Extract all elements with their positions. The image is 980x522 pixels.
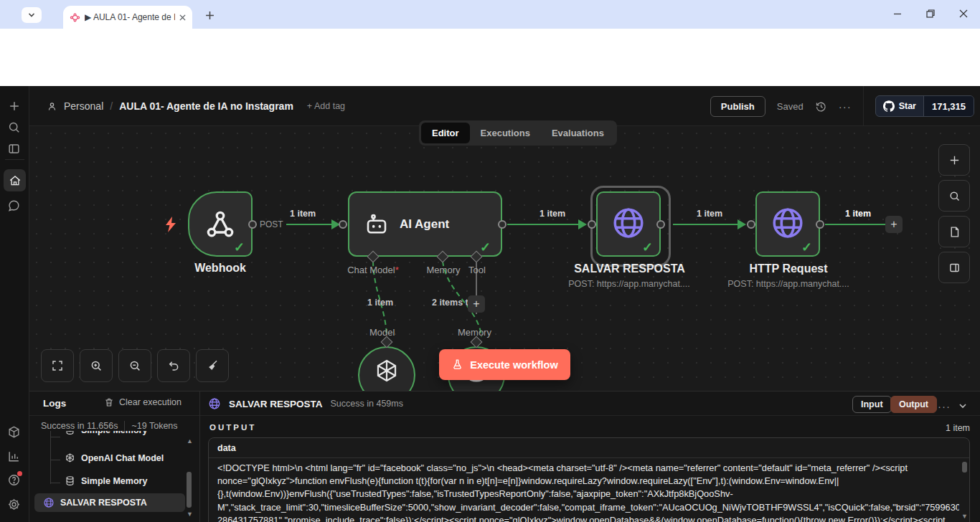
scroll-down-arrow[interactable]: ▼ — [187, 511, 193, 518]
tree-line — [50, 460, 60, 460]
data-scrollbar-thumb[interactable] — [962, 462, 967, 473]
tab-evaluations[interactable]: Evaluations — [541, 123, 615, 143]
n8n-favicon — [70, 12, 80, 23]
salvar-input-port[interactable] — [588, 220, 596, 229]
create-new-button[interactable] — [7, 99, 23, 115]
webhook-output-port[interactable] — [248, 220, 257, 229]
search-button[interactable] — [7, 120, 23, 136]
output-data-box[interactable]: data <!DOCTYPE html>\n <html lang="fr" i… — [208, 437, 970, 522]
plus-icon — [205, 11, 215, 20]
project-name[interactable]: Personal — [64, 100, 103, 112]
minimize-icon — [893, 9, 902, 18]
sidebar-item-settings[interactable] — [7, 498, 23, 513]
data-scroll-down-arrow[interactable]: ▼ — [961, 513, 968, 520]
sidebar-item-overview[interactable] — [4, 169, 26, 191]
clear-execution-button[interactable]: Clear execution — [104, 397, 182, 407]
publish-button[interactable]: Publish — [710, 96, 765, 117]
tab-close-icon[interactable] — [179, 14, 186, 21]
http-node-subtitle: POST: https://app.manychat.... — [725, 279, 852, 289]
tab-search-button[interactable] — [22, 7, 42, 23]
ai-agent-output-port[interactable] — [498, 220, 507, 229]
execute-workflow-button[interactable]: Execute workflow — [439, 349, 570, 380]
panel-icon — [948, 262, 961, 274]
success-check-icon: ✓ — [801, 239, 812, 255]
edge-label: 1 item — [367, 298, 393, 308]
data-value: <!DOCTYPE html>\n <html lang="fr" id="fa… — [209, 458, 969, 522]
sidebar-item-chat[interactable] — [7, 199, 23, 214]
node-ai-agent[interactable]: AI Agent ✓ — [348, 191, 502, 257]
sidebar-item-insights[interactable] — [7, 450, 23, 465]
http-output-port[interactable] — [816, 220, 824, 229]
add-next-node-button[interactable]: + — [885, 216, 903, 233]
add-sticky-button[interactable] — [938, 216, 970, 247]
sidebar-item-help[interactable] — [7, 473, 23, 489]
tidy-up-button[interactable] — [196, 349, 229, 382]
execute-workflow-label: Execute workflow — [470, 359, 557, 371]
success-check-icon: ✓ — [234, 239, 245, 255]
saved-status: Saved — [777, 101, 804, 112]
execution-tree: Simple Memory OpenAI Chat Model Simple M… — [29, 431, 199, 522]
window-minimize-button[interactable] — [881, 0, 914, 27]
node-webhook[interactable]: ✓ — [188, 191, 253, 257]
globe-icon — [611, 205, 646, 241]
header-more-button[interactable]: ··· — [839, 100, 852, 113]
robot-icon — [364, 212, 390, 237]
memory-port-label: Memory — [422, 265, 465, 275]
sidebar-item-templates[interactable] — [7, 425, 23, 441]
fit-view-button[interactable] — [41, 349, 74, 382]
add-tool-button[interactable]: + — [468, 295, 485, 313]
logs-column-divider — [199, 392, 200, 522]
collapse-sidebar-button[interactable] — [7, 142, 23, 158]
new-tab-button[interactable] — [199, 6, 220, 24]
log-item-salvar-resposta-selected[interactable]: SALVAR RESPOSTA — [34, 493, 185, 512]
log-item-openai-chat-model[interactable]: OpenAI Chat Model — [65, 452, 164, 463]
collapse-panel-chevron[interactable] — [958, 402, 967, 410]
tab-editor[interactable]: Editor — [421, 123, 470, 143]
github-star-button[interactable]: Star — [876, 96, 923, 116]
history-icon[interactable] — [815, 100, 827, 113]
toggle-panel-button[interactable] — [938, 252, 970, 283]
log-item-simple-memory-clipped[interactable]: Simple Memory — [65, 431, 147, 435]
divider — [200, 415, 980, 416]
header-divider — [863, 86, 864, 126]
breadcrumb: Personal / AULA 01- Agente de IA no Inst… — [47, 86, 345, 126]
details-header: SALVAR RESPOSTA Success in 459ms — [208, 397, 403, 410]
node-salvar-resposta[interactable]: ✓ — [596, 191, 661, 257]
input-tab-button[interactable]: Input — [852, 396, 892, 413]
output-tab-button[interactable]: Output — [890, 396, 937, 413]
database-icon — [65, 431, 75, 435]
execution-summary: Success in 11.656s ~19 Tokens — [41, 421, 178, 431]
node-http-request[interactable]: ✓ — [755, 191, 820, 257]
scroll-up-arrow[interactable]: ▲ — [187, 437, 193, 445]
bookmarks-bar: BEP - Bolsa de Empr... Instituto da Segu… — [0, 61, 980, 86]
add-node-button[interactable] — [938, 144, 970, 176]
tab-executions[interactable]: Executions — [470, 123, 541, 143]
chat-bubble-icon — [7, 199, 21, 212]
zoom-in-icon — [90, 359, 103, 372]
execution-time: Success in 11.656s — [41, 421, 118, 431]
database-icon — [65, 475, 75, 486]
canvas-search-button[interactable] — [938, 180, 970, 212]
salvar-output-port[interactable] — [656, 220, 665, 229]
rail-divider — [5, 159, 24, 160]
webhook-icon — [204, 209, 236, 240]
zoom-out-button[interactable] — [118, 349, 151, 382]
window-restore-button[interactable] — [914, 0, 947, 27]
github-star-widget[interactable]: Star 171,315 — [875, 95, 974, 117]
scrollbar-thumb[interactable] — [187, 472, 192, 508]
window-close-button[interactable] — [947, 0, 980, 27]
browser-toolbar: hgipd.site/workflow/aUiC-zJK-y2GU96hpgS6… — [0, 29, 980, 61]
log-item-simple-memory[interactable]: Simple Memory — [65, 475, 147, 486]
tab-title: ▶ AULA 01- Agente de IA no In — [85, 12, 175, 22]
ai-agent-input-port[interactable] — [339, 220, 347, 229]
zoom-in-button[interactable] — [80, 349, 113, 382]
globe-icon — [43, 497, 55, 508]
add-tag-button[interactable]: + Add tag — [307, 101, 345, 111]
success-check-icon: ✓ — [642, 239, 653, 255]
details-more-button[interactable]: ··· — [938, 400, 951, 412]
workflow-title[interactable]: AULA 01- Agente de IA no Instagram — [119, 100, 293, 112]
http-input-port[interactable] — [747, 220, 755, 229]
undo-button[interactable] — [157, 349, 190, 382]
plus-icon — [7, 99, 22, 113]
browser-tab[interactable]: ▶ AULA 01- Agente de IA no In — [63, 6, 192, 29]
